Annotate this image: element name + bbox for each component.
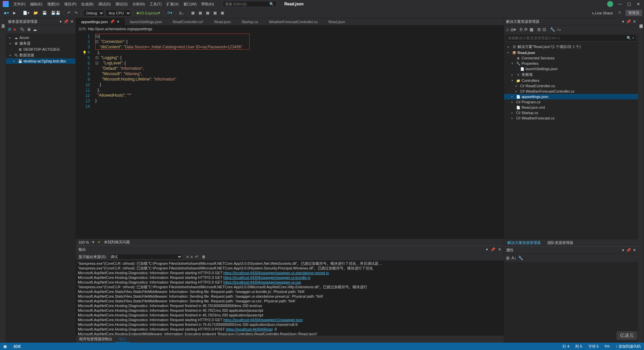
open-icon[interactable]: 📂 xyxy=(32,10,40,16)
save-icon[interactable]: 💾 xyxy=(41,10,48,16)
solution-root[interactable]: ▾☰ 解决方案"Read.json"(1 个项目/共 1 个) xyxy=(504,44,638,50)
menu-项目[interactable]: 项目(P) xyxy=(62,1,78,7)
properties-icon[interactable]: 🔧 xyxy=(550,27,555,32)
menu-扩展[interactable]: 扩展(X) xyxy=(164,1,181,7)
output-source-select[interactable]: 调试 xyxy=(109,254,182,260)
menu-分析[interactable]: 分析(N) xyxy=(130,1,147,7)
tab-Startup.cs[interactable]: Startup.cs xyxy=(236,18,264,25)
tb-icon1[interactable]: ▦ xyxy=(190,10,196,16)
tree-node[interactable]: ▸☁Azure xyxy=(6,35,75,40)
step-icon[interactable]: ⎘▾ xyxy=(178,10,185,16)
menu-窗口[interactable]: 窗口(W) xyxy=(181,1,199,7)
undo-icon[interactable]: ↶ xyxy=(66,10,72,16)
home-icon[interactable]: ⌂ xyxy=(506,27,508,32)
tree-node[interactable]: ▾🖥服务器 xyxy=(6,40,75,47)
pending-icon[interactable]: ⎘ xyxy=(520,27,522,32)
refresh-icon[interactable]: ⟳ xyxy=(8,27,11,32)
panel-close-icon[interactable]: ✕ xyxy=(633,19,636,24)
categorize-icon[interactable]: ⊞ xyxy=(506,256,509,260)
tb-scope-icon[interactable]: ◎▾ xyxy=(511,27,516,32)
azure-icon[interactable]: ☁ xyxy=(33,27,37,32)
save-all-icon[interactable]: 💾💾 xyxy=(50,10,62,16)
status-square-icon[interactable]: ▦ xyxy=(3,344,7,349)
menu-编辑[interactable]: 编辑(E) xyxy=(28,1,45,7)
preview-icon[interactable]: ▭ xyxy=(557,27,561,32)
tree-node[interactable]: ▸C#ReadController.cs xyxy=(504,83,638,89)
panel-close-icon[interactable]: ✕ xyxy=(633,248,636,252)
tree-node[interactable]: ▸⫴依赖项 xyxy=(504,71,638,78)
sync-icon[interactable]: ⟳ xyxy=(524,27,528,32)
tree-node[interactable]: ▸C#WeatherForecastController.cs xyxy=(504,89,638,94)
tab-Read.json[interactable]: Read.json xyxy=(209,18,236,25)
tree-node[interactable]: ⊕Connected Services xyxy=(504,55,638,61)
dropdown-icon[interactable]: ▾ xyxy=(622,19,624,24)
search-box[interactable]: 搜索 (Ctrl+Q) 🔍 xyxy=(223,1,276,7)
tree-node[interactable]: ▾🔧Properties xyxy=(504,61,638,66)
pin-icon[interactable]: 📌 xyxy=(491,247,495,252)
alpha-icon[interactable]: A↓ xyxy=(512,256,516,260)
platform-select[interactable]: Any CPU xyxy=(106,10,131,16)
tab-pkg-console[interactable]: 程序包管理器控制台 xyxy=(76,336,116,343)
clear-all-icon[interactable]: 🗑 xyxy=(202,255,206,259)
tree-node[interactable]: ▾📦Read.json xyxy=(504,50,638,55)
schema-url[interactable]: http://json.schemastore.org/appsettings xyxy=(88,27,152,31)
dropdown-icon[interactable]: ▾ xyxy=(622,248,624,252)
toggle-icon[interactable]: ≡ xyxy=(191,255,193,259)
tree-node[interactable]: ▸C#Startup.cs xyxy=(504,110,638,115)
panel-close-icon[interactable]: ✕ xyxy=(498,247,501,252)
tab-appsettings.json[interactable]: appsettings.json 📌 ✕ xyxy=(76,18,125,25)
maximize-icon[interactable]: ▢ xyxy=(627,2,632,6)
tree-node[interactable]: ▾📁Controllers xyxy=(504,78,638,83)
wrap-icon[interactable]: ⏎ xyxy=(195,255,198,259)
menu-帮助[interactable]: 帮助(H) xyxy=(199,1,216,7)
menu-文件[interactable]: 文件(F) xyxy=(11,1,28,7)
solution-search[interactable]: 搜索解决方案资源管理器(Ctrl+;) 🔍 ▾ xyxy=(505,34,637,42)
pin-icon[interactable]: 📌 xyxy=(64,19,68,24)
tb-icon4[interactable]: ▦ xyxy=(212,10,218,16)
menu-视图[interactable]: 视图(V) xyxy=(45,1,62,7)
menu-工具[interactable]: 工具(T) xyxy=(148,1,164,7)
code-body[interactable]: ⊟{⊟ "Connection": { "dbContent": "Data S… xyxy=(93,32,504,239)
clear-icon[interactable]: ≡ xyxy=(186,255,189,259)
tree-node[interactable]: 📄launchSettings.json xyxy=(504,66,638,71)
tb-icon5[interactable]: ▦ xyxy=(219,10,225,16)
tree-node[interactable]: ▸📄appsettings.json xyxy=(504,94,638,99)
left-rail[interactable]: 工具箱 xyxy=(0,18,6,343)
add-source-button[interactable]: ↑ 添加到源代码 xyxy=(615,344,641,349)
close-icon[interactable]: ✕ xyxy=(637,2,641,6)
config-select[interactable]: Debug xyxy=(83,10,104,16)
feedback-icon[interactable]: ⚐ xyxy=(617,10,623,16)
menu-测试[interactable]: 测试(S) xyxy=(113,1,130,7)
tree-node[interactable]: ▸💾desktop-ac7g2eg.test.dbo xyxy=(6,58,75,64)
show-all-icon[interactable]: ⊡ xyxy=(543,27,546,32)
tree-node[interactable]: 🖥DESKTOP-AC7G2EG xyxy=(6,47,75,52)
refresh-icon[interactable]: ⟳▾ xyxy=(166,10,174,16)
zoom-level[interactable]: 100 % xyxy=(78,240,89,244)
user-avatar-icon[interactable] xyxy=(607,1,613,7)
connect-icon[interactable]: 🔌 xyxy=(20,27,25,32)
server-icon[interactable]: 🖥 xyxy=(27,27,31,32)
dropdown-icon[interactable]: ▾ xyxy=(486,247,488,252)
menu-生成[interactable]: 生成(B) xyxy=(79,1,96,7)
right-rail[interactable]: 服务器资源管理器 xyxy=(638,18,644,343)
tab-Read.json[interactable]: Read.json xyxy=(323,18,351,25)
dropdown-icon[interactable]: ▾ xyxy=(60,19,62,24)
redo-icon[interactable]: ↷ xyxy=(73,10,79,16)
menu-调试[interactable]: 调试(D) xyxy=(96,1,113,7)
pin-icon[interactable]: 📌 xyxy=(626,248,631,252)
view-icon[interactable]: ▦ xyxy=(530,27,533,32)
prop-wrench-icon[interactable]: 🔧 xyxy=(518,256,523,260)
new-file-icon[interactable]: 📄▾ xyxy=(21,10,31,16)
tab-solution-explorer[interactable]: 解决方案资源管理器 xyxy=(504,239,544,246)
zoom-dropdown-icon[interactable]: ▾ xyxy=(92,240,94,244)
stop-icon[interactable]: ■ xyxy=(13,27,16,32)
close-icon[interactable]: ✕ xyxy=(117,20,119,23)
tb-icon2[interactable]: ▦ xyxy=(197,10,203,16)
tree-node[interactable]: ▸C#Program.cs xyxy=(504,99,638,105)
nav-fwd-icon[interactable]: ▶ xyxy=(12,10,17,16)
run-button[interactable]: ▶ IIS Express ▾ xyxy=(136,10,162,16)
pin-icon[interactable]: 📌 xyxy=(626,19,631,24)
tab-team-explorer[interactable]: 团队资源管理器 xyxy=(544,239,577,246)
output-body[interactable]: "iisexpress.exe"(CoreCLR: clr​host): 已加载… xyxy=(76,260,504,335)
tb-icon3[interactable]: ▦ xyxy=(205,10,211,16)
